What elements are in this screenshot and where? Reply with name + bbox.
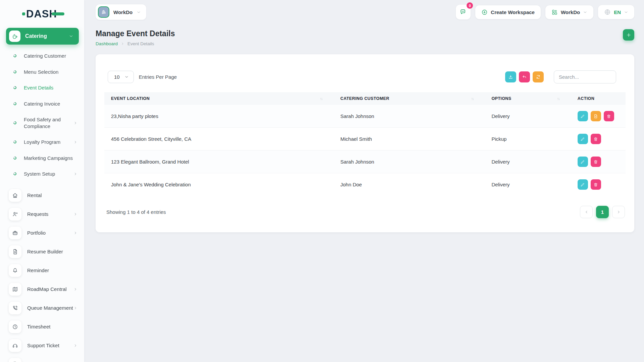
column-header-catering-customer[interactable]: CATERING CUSTOMER↑↓	[334, 92, 485, 105]
column-header-options[interactable]: OPTIONS↑↓	[485, 92, 571, 105]
cell-event-location: John & Jane's Wedding Celebration	[104, 173, 334, 196]
sort-icon[interactable]: ↑↓	[557, 97, 564, 101]
export-button[interactable]	[505, 71, 516, 82]
sidebar-item-label: Event Details	[24, 84, 53, 91]
app-menu-button[interactable]: WorkDo	[545, 5, 593, 19]
sidebar-item-rental[interactable]: Rental	[0, 186, 84, 205]
delete-button[interactable]	[591, 134, 601, 144]
sidebar-item-loyalty-program[interactable]: Loyalty Program	[0, 134, 84, 150]
download-icon	[508, 74, 513, 79]
entries-per-page-label: Entries Per Page	[139, 74, 177, 80]
chevron-right-icon	[616, 210, 621, 214]
chevron-down-icon	[69, 34, 73, 39]
event-details-card: 10 Entries Per Page	[96, 54, 634, 232]
create-workspace-button[interactable]: Create Workspace	[475, 5, 541, 19]
catering-subnav: Catering Customer Menu Selection Event D…	[0, 48, 84, 182]
sidebar-item-requests[interactable]: Requests	[0, 205, 84, 224]
coffee-cup-icon	[9, 31, 20, 42]
sidebar-item-label: Catering Customer	[24, 53, 66, 59]
previous-page-button[interactable]	[580, 206, 593, 218]
sidebar-item-label: RoadMap Central	[27, 286, 67, 292]
sort-icon[interactable]: ↑↓	[471, 97, 478, 101]
home-icon	[9, 189, 21, 202]
sidebar-group-catering[interactable]: Catering	[6, 28, 79, 45]
reset-button[interactable]	[519, 71, 530, 82]
headset-icon	[9, 339, 21, 352]
topbar: WorkDo 0 Create Workspace	[96, 0, 634, 24]
pencil-icon	[580, 182, 585, 187]
sidebar-item-label: Marketing Campaigns	[24, 155, 73, 162]
invoice-button[interactable]	[591, 111, 601, 121]
sidebar-item-food-safety[interactable]: Food Safety and Compliance	[0, 112, 84, 134]
chevron-down-icon	[137, 10, 141, 14]
sidebar-item-queue-management[interactable]: Queue Management	[0, 299, 84, 317]
sidebar-item-documents[interactable]: Documents	[0, 355, 84, 362]
entries-per-page-select[interactable]: 10	[108, 71, 134, 83]
sidebar-item-system-setup[interactable]: System Setup	[0, 166, 84, 182]
brand-logo[interactable]: DASH	[22, 9, 84, 19]
edit-button[interactable]	[578, 111, 588, 121]
refresh-button[interactable]	[533, 71, 544, 82]
table-row: 123 Elegant Ballroom, Grand Hotel Sarah …	[104, 150, 626, 173]
sidebar-item-resume-builder[interactable]: Resume Builder	[0, 242, 84, 261]
chevron-right-icon	[73, 287, 77, 291]
delete-button[interactable]	[591, 179, 601, 190]
sidebar-item-menu-selection[interactable]: Menu Selection	[0, 64, 84, 80]
sidebar-item-label: Portfolio	[27, 230, 46, 236]
cell-options: Pickup	[485, 128, 571, 150]
trash-icon	[593, 137, 598, 141]
search-input[interactable]	[554, 70, 616, 83]
sidebar-item-portfolio[interactable]: Portfolio	[0, 224, 84, 242]
messages-button[interactable]: 0	[456, 5, 471, 19]
sidebar-item-label: Food Safety and Compliance	[24, 116, 73, 129]
sidebar-item-timesheet[interactable]: Timesheet	[0, 317, 84, 336]
cell-options: Delivery	[485, 105, 571, 128]
trash-icon	[593, 160, 598, 164]
delete-button[interactable]	[591, 157, 601, 167]
sort-icon[interactable]: ↑↓	[320, 97, 327, 101]
trash-icon	[593, 182, 598, 187]
sidebar-item-label: Menu Selection	[24, 69, 58, 75]
sidebar-item-label: Catering Invoice	[24, 101, 60, 107]
chevron-down-icon	[624, 10, 628, 14]
sidebar-item-support-ticket[interactable]: Support Ticket	[0, 336, 84, 355]
showing-entries-text: Showing 1 to 4 of 4 entries	[106, 209, 166, 215]
pagination: 1	[580, 206, 625, 218]
table-row: John & Jane's Wedding Celebration John D…	[104, 173, 626, 196]
add-event-button[interactable]	[623, 29, 634, 41]
page-number-button[interactable]: 1	[596, 206, 609, 218]
chevron-right-icon	[73, 231, 77, 235]
sidebar-item-label: Reminder	[27, 267, 49, 273]
edit-button[interactable]	[578, 134, 588, 144]
sidebar-item-event-details[interactable]: Event Details	[0, 80, 84, 96]
column-header-event-location[interactable]: EVENT LOCATION↑↓	[104, 92, 334, 105]
workspace-name: WorkDo	[113, 9, 132, 15]
sidebar-item-label: Queue Management	[27, 305, 73, 311]
document-icon	[9, 245, 21, 258]
cell-catering-customer: Michael Smith	[334, 128, 485, 150]
sidebar-item-marketing-campaigns[interactable]: Marketing Campaigns	[0, 150, 84, 166]
breadcrumb-current: Event Details	[127, 41, 154, 46]
sidebar-item-label: Requests	[27, 211, 48, 217]
toolbar-buttons	[505, 70, 616, 83]
sidebar-item-roadmap-central[interactable]: RoadMap Central	[0, 280, 84, 299]
table-toolbar: 10 Entries Per Page	[96, 70, 634, 92]
chevron-right-icon	[73, 306, 77, 310]
edit-button[interactable]	[578, 179, 588, 190]
next-page-button[interactable]	[612, 206, 625, 218]
page-header: Manage Event Details Dashboard Event Det…	[96, 29, 634, 46]
sidebar-item-catering-customer[interactable]: Catering Customer	[0, 48, 84, 64]
plus-circle-icon	[481, 9, 488, 15]
cell-event-location: 23,Nisha party plotes	[104, 105, 334, 128]
delete-button[interactable]	[604, 111, 614, 121]
language-selector[interactable]: EN	[598, 5, 634, 19]
clock-icon	[9, 320, 21, 333]
sidebar-item-catering-invoice[interactable]: Catering Invoice	[0, 96, 84, 112]
edit-button[interactable]	[578, 157, 588, 167]
sidebar-item-label: Timesheet	[27, 324, 50, 329]
breadcrumb-separator-icon	[121, 42, 124, 46]
column-header-action: ACTION	[571, 92, 626, 105]
breadcrumb-dashboard-link[interactable]: Dashboard	[96, 41, 118, 46]
workspace-switcher[interactable]: WorkDo	[96, 4, 146, 20]
sidebar-item-reminder[interactable]: Reminder	[0, 261, 84, 280]
